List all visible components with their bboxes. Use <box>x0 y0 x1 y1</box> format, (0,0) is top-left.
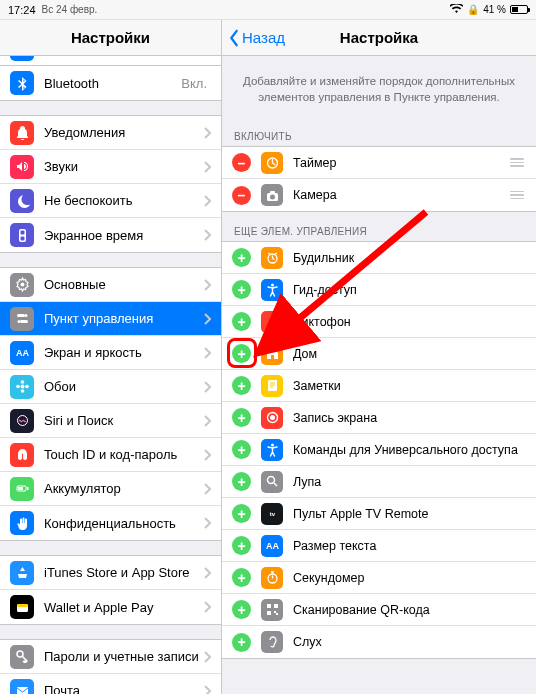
sidebar-item-hand[interactable]: Конфиденциальность <box>0 506 221 540</box>
more-item-alarm[interactable]: +Будильник <box>222 242 536 274</box>
row-label: Touch ID и код-пароль <box>44 447 204 462</box>
add-button[interactable]: + <box>232 568 251 587</box>
row-label: Аккумулятор <box>44 481 204 496</box>
accessibility-icon <box>261 279 283 301</box>
switches-icon <box>10 307 34 331</box>
svg-rect-2 <box>20 236 24 240</box>
add-button[interactable]: + <box>232 472 251 491</box>
row-label: Гид-доступ <box>293 283 526 297</box>
row-label: Конфиденциальность <box>44 516 204 531</box>
row-label: Siri и Поиск <box>44 413 204 428</box>
row-label: Не беспокоить <box>44 193 204 208</box>
svg-point-13 <box>25 385 29 389</box>
remove-button[interactable]: – <box>232 153 251 172</box>
sidebar-header: Настройки <box>0 20 221 56</box>
svg-rect-4 <box>17 314 25 317</box>
back-label: Назад <box>242 29 285 46</box>
svg-point-7 <box>17 320 20 323</box>
row-label: Звуки <box>44 159 204 174</box>
add-button[interactable]: + <box>232 600 251 619</box>
battery-icon <box>10 477 34 501</box>
add-button[interactable]: + <box>232 376 251 395</box>
finger-icon <box>10 443 34 467</box>
row-label: Размер текста <box>293 539 526 553</box>
appletv-icon: tv <box>261 503 283 525</box>
more-item-qr[interactable]: +Сканирование QR-кода <box>222 594 536 626</box>
sidebar-item-wifi[interactable]: Wi-FiELON MUSK FUCKS SP… <box>0 56 221 66</box>
row-label: Диктофон <box>293 315 526 329</box>
accessibility-icon <box>261 439 283 461</box>
back-button[interactable]: Назад <box>228 29 285 47</box>
add-button[interactable]: + <box>232 408 251 427</box>
sidebar-item-wallet[interactable]: Wallet и Apple Pay <box>0 590 221 624</box>
detail-scroll[interactable]: Добавляйте и изменяйте порядок дополните… <box>222 56 536 694</box>
sidebar-item-aa[interactable]: AAЭкран и яркость <box>0 336 221 370</box>
svg-rect-21 <box>17 687 28 694</box>
sound-icon <box>10 155 34 179</box>
notes-icon <box>261 375 283 397</box>
wallet-icon <box>10 595 34 619</box>
sidebar-item-appstore[interactable]: iTunes Store и App Store <box>0 556 221 590</box>
sidebar-item-sound[interactable]: Звуки <box>0 150 221 184</box>
more-item-aa[interactable]: +AAРазмер текста <box>222 530 536 562</box>
add-button[interactable]: + <box>232 248 251 267</box>
remove-button[interactable]: – <box>232 186 251 205</box>
more-item-record[interactable]: +Запись экрана <box>222 402 536 434</box>
sidebar-item-battery[interactable]: Аккумулятор <box>0 472 221 506</box>
row-label: Основные <box>44 277 204 292</box>
sidebar-item-flower[interactable]: Обои <box>0 370 221 404</box>
add-button[interactable]: + <box>232 344 251 363</box>
more-item-mic[interactable]: +Диктофон <box>222 306 536 338</box>
alarm-icon <box>261 247 283 269</box>
svg-rect-6 <box>20 320 28 323</box>
more-item-appletv[interactable]: +tvПульт Apple TV Remote <box>222 498 536 530</box>
included-item-camera[interactable]: –Камера <box>222 179 536 211</box>
row-label: Секундомер <box>293 571 526 585</box>
row-label: Заметки <box>293 379 526 393</box>
reorder-grip-icon[interactable] <box>508 191 526 200</box>
add-button[interactable]: + <box>232 440 251 459</box>
more-item-notes[interactable]: +Заметки <box>222 370 536 402</box>
sidebar-scroll[interactable]: Wi-FiELON MUSK FUCKS SP…BluetoothВкл.Уве… <box>0 56 221 694</box>
more-item-ear[interactable]: +Слух <box>222 626 536 658</box>
sidebar-item-gear[interactable]: Основные <box>0 268 221 302</box>
more-item-accessibility[interactable]: +Команды для Универсального доступа <box>222 434 536 466</box>
svg-rect-29 <box>270 316 274 323</box>
more-item-home[interactable]: +Дом <box>222 338 536 370</box>
included-item-timer[interactable]: –Таймер <box>222 147 536 179</box>
svg-rect-41 <box>274 611 276 613</box>
sidebar-item-bell[interactable]: Уведомления <box>0 116 221 150</box>
sidebar-item-mail[interactable]: Почта <box>0 674 221 694</box>
row-label: Пункт управления <box>44 311 204 326</box>
svg-rect-16 <box>27 487 29 490</box>
sidebar-item-moon[interactable]: Не беспокоить <box>0 184 221 218</box>
row-label: Таймер <box>293 156 508 170</box>
bell-icon <box>10 121 34 145</box>
flower-icon <box>10 375 34 399</box>
svg-point-10 <box>20 380 24 384</box>
sidebar-item-hourglass[interactable]: Экранное время <box>0 218 221 252</box>
qr-icon <box>261 599 283 621</box>
reorder-grip-icon[interactable] <box>508 158 526 167</box>
add-button[interactable]: + <box>232 633 251 652</box>
more-item-magnify[interactable]: +Лупа <box>222 466 536 498</box>
row-label: Команды для Универсального доступа <box>293 443 526 457</box>
row-label: iTunes Store и App Store <box>44 565 204 580</box>
sidebar-item-finger[interactable]: Touch ID и код-пароль <box>0 438 221 472</box>
add-button[interactable]: + <box>232 536 251 555</box>
row-label: Слух <box>293 635 526 649</box>
row-label: Bluetooth <box>44 76 181 91</box>
add-button[interactable]: + <box>232 504 251 523</box>
svg-point-28 <box>271 284 274 287</box>
status-time: 17:24 <box>8 4 36 16</box>
more-item-stopwatch[interactable]: +Секундомер <box>222 562 536 594</box>
sidebar-item-siri[interactable]: Siri и Поиск <box>0 404 221 438</box>
sidebar-item-bluetooth[interactable]: BluetoothВкл. <box>0 66 221 100</box>
section-header-more: ЕЩЕ ЭЛЕМ. УПРАВЛЕНИЯ <box>222 212 536 241</box>
svg-rect-19 <box>17 604 28 607</box>
more-item-accessibility[interactable]: +Гид-доступ <box>222 274 536 306</box>
sidebar-item-key[interactable]: Пароли и учетные записи <box>0 640 221 674</box>
add-button[interactable]: + <box>232 312 251 331</box>
sidebar-item-switches[interactable]: Пункт управления <box>0 302 221 336</box>
add-button[interactable]: + <box>232 280 251 299</box>
